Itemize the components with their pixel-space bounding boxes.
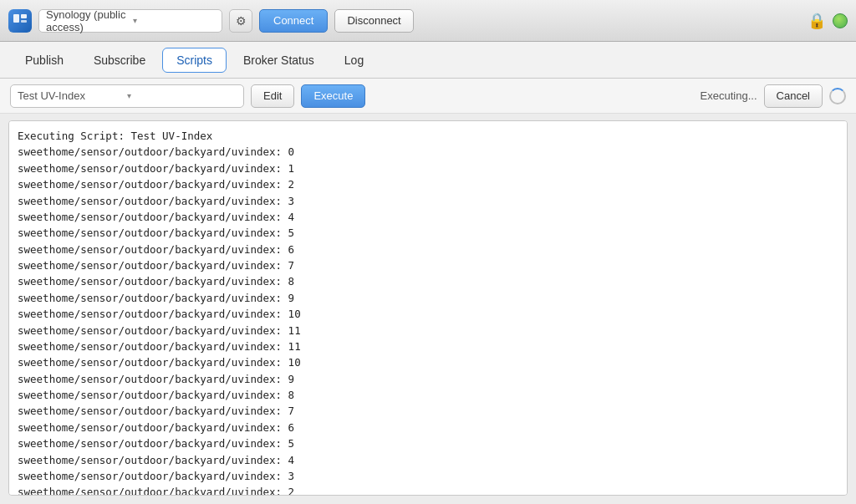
loading-spinner-icon: [829, 88, 846, 104]
svg-rect-1: [21, 14, 27, 18]
output-line: sweethome/sensor/outdoor/backyard/uvinde…: [18, 354, 838, 370]
script-output-area[interactable]: Executing Script: Test UV-Indexsweethome…: [8, 120, 848, 496]
output-line: sweethome/sensor/outdoor/backyard/uvinde…: [18, 339, 838, 354]
output-line: sweethome/sensor/outdoor/backyard/uvinde…: [18, 193, 838, 209]
tab-subscribe[interactable]: Subscribe: [80, 48, 159, 73]
tab-log[interactable]: Log: [331, 48, 377, 73]
output-line: sweethome/sensor/outdoor/backyard/uvinde…: [18, 323, 838, 339]
output-line: sweethome/sensor/outdoor/backyard/uvinde…: [18, 257, 838, 273]
settings-button[interactable]: ⚙: [229, 9, 252, 33]
tab-bar: Publish Subscribe Scripts Broker Status …: [0, 42, 856, 79]
cancel-button[interactable]: Cancel: [764, 84, 823, 108]
output-line: sweethome/sensor/outdoor/backyard/uvinde…: [18, 209, 838, 225]
tab-broker-status[interactable]: Broker Status: [230, 48, 328, 73]
gear-icon: ⚙: [236, 14, 247, 28]
dropdown-chevron-icon: ▾: [133, 16, 215, 25]
output-line: sweethome/sensor/outdoor/backyard/uvinde…: [18, 468, 838, 484]
connect-button[interactable]: Connect: [259, 9, 328, 33]
output-line: sweethome/sensor/outdoor/backyard/uvinde…: [18, 160, 838, 176]
svg-rect-2: [21, 20, 27, 23]
script-selector-dropdown[interactable]: Test UV-Index ▾: [10, 84, 244, 108]
scripts-toolbar: Test UV-Index ▾ Edit Execute Executing..…: [0, 79, 856, 114]
output-line: sweethome/sensor/outdoor/backyard/uvinde…: [18, 273, 838, 289]
disconnect-button[interactable]: Disconnect: [334, 9, 413, 33]
output-line: Executing Script: Test UV-Index: [18, 128, 838, 144]
output-line: sweethome/sensor/outdoor/backyard/uvinde…: [18, 435, 838, 451]
lock-icon: 🔒: [808, 12, 826, 30]
output-line: sweethome/sensor/outdoor/backyard/uvinde…: [18, 403, 838, 419]
execute-button[interactable]: Execute: [301, 84, 365, 108]
executing-status-label: Executing...: [701, 89, 757, 102]
output-line: sweethome/sensor/outdoor/backyard/uvinde…: [18, 242, 838, 257]
output-line: sweethome/sensor/outdoor/backyard/uvinde…: [18, 176, 838, 192]
output-line: sweethome/sensor/outdoor/backyard/uvinde…: [18, 144, 838, 160]
output-line: sweethome/sensor/outdoor/backyard/uvinde…: [18, 290, 838, 306]
edit-button[interactable]: Edit: [251, 84, 294, 108]
output-line: sweethome/sensor/outdoor/backyard/uvinde…: [18, 387, 838, 403]
connection-status-indicator: [833, 13, 848, 28]
script-name: Test UV-Index: [18, 89, 127, 102]
output-line: sweethome/sensor/outdoor/backyard/uvinde…: [18, 420, 838, 435]
output-line: sweethome/sensor/outdoor/backyard/uvinde…: [18, 225, 838, 241]
connection-name: Synology (public access): [46, 8, 128, 33]
app-icon: [8, 9, 32, 33]
title-bar: Synology (public access) ▾ ⚙ Connect Dis…: [0, 0, 856, 42]
tab-scripts[interactable]: Scripts: [162, 48, 227, 73]
svg-rect-0: [13, 14, 19, 23]
output-line: sweethome/sensor/outdoor/backyard/uvinde…: [18, 306, 838, 322]
dropdown-arrow-icon: ▾: [127, 91, 237, 100]
tab-publish[interactable]: Publish: [12, 48, 77, 73]
connection-dropdown[interactable]: Synology (public access) ▾: [38, 9, 222, 33]
output-line: sweethome/sensor/outdoor/backyard/uvinde…: [18, 371, 838, 387]
output-line: sweethome/sensor/outdoor/backyard/uvinde…: [18, 484, 838, 496]
output-line: sweethome/sensor/outdoor/backyard/uvinde…: [18, 452, 838, 468]
